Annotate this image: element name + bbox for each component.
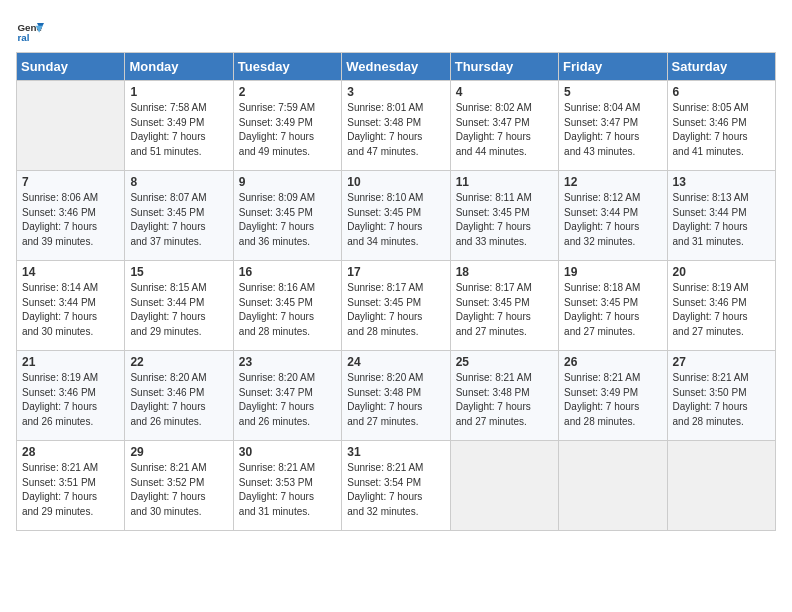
calendar-cell: 5Sunrise: 8:04 AM Sunset: 3:47 PM Daylig…	[559, 81, 667, 171]
week-row-0: 1Sunrise: 7:58 AM Sunset: 3:49 PM Daylig…	[17, 81, 776, 171]
calendar-cell: 10Sunrise: 8:10 AM Sunset: 3:45 PM Dayli…	[342, 171, 450, 261]
calendar-cell: 4Sunrise: 8:02 AM Sunset: 3:47 PM Daylig…	[450, 81, 558, 171]
day-info: Sunrise: 8:11 AM Sunset: 3:45 PM Dayligh…	[456, 191, 553, 249]
day-number: 11	[456, 175, 553, 189]
calendar-cell: 15Sunrise: 8:15 AM Sunset: 3:44 PM Dayli…	[125, 261, 233, 351]
header-wednesday: Wednesday	[342, 53, 450, 81]
header-row: SundayMondayTuesdayWednesdayThursdayFrid…	[17, 53, 776, 81]
day-number: 24	[347, 355, 444, 369]
calendar-cell: 7Sunrise: 8:06 AM Sunset: 3:46 PM Daylig…	[17, 171, 125, 261]
day-number: 14	[22, 265, 119, 279]
calendar-cell: 22Sunrise: 8:20 AM Sunset: 3:46 PM Dayli…	[125, 351, 233, 441]
day-info: Sunrise: 7:59 AM Sunset: 3:49 PM Dayligh…	[239, 101, 336, 159]
day-number: 29	[130, 445, 227, 459]
day-info: Sunrise: 8:17 AM Sunset: 3:45 PM Dayligh…	[347, 281, 444, 339]
day-info: Sunrise: 8:16 AM Sunset: 3:45 PM Dayligh…	[239, 281, 336, 339]
day-info: Sunrise: 8:21 AM Sunset: 3:52 PM Dayligh…	[130, 461, 227, 519]
day-number: 8	[130, 175, 227, 189]
calendar-cell: 14Sunrise: 8:14 AM Sunset: 3:44 PM Dayli…	[17, 261, 125, 351]
day-number: 27	[673, 355, 770, 369]
calendar-cell: 24Sunrise: 8:20 AM Sunset: 3:48 PM Dayli…	[342, 351, 450, 441]
svg-text:ral: ral	[17, 32, 29, 43]
week-row-1: 7Sunrise: 8:06 AM Sunset: 3:46 PM Daylig…	[17, 171, 776, 261]
calendar-cell: 13Sunrise: 8:13 AM Sunset: 3:44 PM Dayli…	[667, 171, 775, 261]
day-number: 20	[673, 265, 770, 279]
day-number: 12	[564, 175, 661, 189]
calendar-cell: 20Sunrise: 8:19 AM Sunset: 3:46 PM Dayli…	[667, 261, 775, 351]
calendar-cell: 26Sunrise: 8:21 AM Sunset: 3:49 PM Dayli…	[559, 351, 667, 441]
day-info: Sunrise: 8:12 AM Sunset: 3:44 PM Dayligh…	[564, 191, 661, 249]
calendar-cell: 16Sunrise: 8:16 AM Sunset: 3:45 PM Dayli…	[233, 261, 341, 351]
day-info: Sunrise: 8:17 AM Sunset: 3:45 PM Dayligh…	[456, 281, 553, 339]
calendar-cell: 18Sunrise: 8:17 AM Sunset: 3:45 PM Dayli…	[450, 261, 558, 351]
day-info: Sunrise: 8:19 AM Sunset: 3:46 PM Dayligh…	[673, 281, 770, 339]
day-number: 3	[347, 85, 444, 99]
day-info: Sunrise: 8:21 AM Sunset: 3:48 PM Dayligh…	[456, 371, 553, 429]
calendar-cell: 25Sunrise: 8:21 AM Sunset: 3:48 PM Dayli…	[450, 351, 558, 441]
calendar-cell: 19Sunrise: 8:18 AM Sunset: 3:45 PM Dayli…	[559, 261, 667, 351]
header-friday: Friday	[559, 53, 667, 81]
calendar-cell: 3Sunrise: 8:01 AM Sunset: 3:48 PM Daylig…	[342, 81, 450, 171]
day-number: 9	[239, 175, 336, 189]
calendar-cell: 8Sunrise: 8:07 AM Sunset: 3:45 PM Daylig…	[125, 171, 233, 261]
header-saturday: Saturday	[667, 53, 775, 81]
day-info: Sunrise: 8:21 AM Sunset: 3:54 PM Dayligh…	[347, 461, 444, 519]
calendar-cell: 23Sunrise: 8:20 AM Sunset: 3:47 PM Dayli…	[233, 351, 341, 441]
logo: Gene ral	[16, 16, 48, 44]
day-info: Sunrise: 8:02 AM Sunset: 3:47 PM Dayligh…	[456, 101, 553, 159]
header-thursday: Thursday	[450, 53, 558, 81]
calendar-cell	[667, 441, 775, 531]
day-number: 19	[564, 265, 661, 279]
header-sunday: Sunday	[17, 53, 125, 81]
day-info: Sunrise: 8:06 AM Sunset: 3:46 PM Dayligh…	[22, 191, 119, 249]
calendar-cell: 12Sunrise: 8:12 AM Sunset: 3:44 PM Dayli…	[559, 171, 667, 261]
day-number: 17	[347, 265, 444, 279]
calendar-cell: 6Sunrise: 8:05 AM Sunset: 3:46 PM Daylig…	[667, 81, 775, 171]
day-info: Sunrise: 8:13 AM Sunset: 3:44 PM Dayligh…	[673, 191, 770, 249]
day-number: 15	[130, 265, 227, 279]
day-number: 1	[130, 85, 227, 99]
day-number: 30	[239, 445, 336, 459]
calendar-cell: 29Sunrise: 8:21 AM Sunset: 3:52 PM Dayli…	[125, 441, 233, 531]
header: Gene ral	[16, 16, 776, 44]
page-container: Gene ral SundayMondayTuesdayWednesdayThu…	[16, 16, 776, 531]
header-monday: Monday	[125, 53, 233, 81]
day-info: Sunrise: 8:20 AM Sunset: 3:48 PM Dayligh…	[347, 371, 444, 429]
day-number: 10	[347, 175, 444, 189]
calendar-cell	[17, 81, 125, 171]
day-info: Sunrise: 8:01 AM Sunset: 3:48 PM Dayligh…	[347, 101, 444, 159]
calendar-cell: 17Sunrise: 8:17 AM Sunset: 3:45 PM Dayli…	[342, 261, 450, 351]
day-number: 28	[22, 445, 119, 459]
week-row-2: 14Sunrise: 8:14 AM Sunset: 3:44 PM Dayli…	[17, 261, 776, 351]
day-info: Sunrise: 7:58 AM Sunset: 3:49 PM Dayligh…	[130, 101, 227, 159]
calendar-cell: 31Sunrise: 8:21 AM Sunset: 3:54 PM Dayli…	[342, 441, 450, 531]
day-number: 23	[239, 355, 336, 369]
day-info: Sunrise: 8:20 AM Sunset: 3:47 PM Dayligh…	[239, 371, 336, 429]
day-info: Sunrise: 8:20 AM Sunset: 3:46 PM Dayligh…	[130, 371, 227, 429]
day-number: 7	[22, 175, 119, 189]
calendar-table: SundayMondayTuesdayWednesdayThursdayFrid…	[16, 52, 776, 531]
day-number: 22	[130, 355, 227, 369]
day-number: 21	[22, 355, 119, 369]
day-number: 6	[673, 85, 770, 99]
calendar-cell	[450, 441, 558, 531]
header-tuesday: Tuesday	[233, 53, 341, 81]
day-number: 4	[456, 85, 553, 99]
day-info: Sunrise: 8:21 AM Sunset: 3:53 PM Dayligh…	[239, 461, 336, 519]
day-info: Sunrise: 8:09 AM Sunset: 3:45 PM Dayligh…	[239, 191, 336, 249]
calendar-cell: 9Sunrise: 8:09 AM Sunset: 3:45 PM Daylig…	[233, 171, 341, 261]
day-number: 13	[673, 175, 770, 189]
day-info: Sunrise: 8:05 AM Sunset: 3:46 PM Dayligh…	[673, 101, 770, 159]
day-info: Sunrise: 8:21 AM Sunset: 3:49 PM Dayligh…	[564, 371, 661, 429]
day-info: Sunrise: 8:21 AM Sunset: 3:51 PM Dayligh…	[22, 461, 119, 519]
day-number: 25	[456, 355, 553, 369]
calendar-cell: 21Sunrise: 8:19 AM Sunset: 3:46 PM Dayli…	[17, 351, 125, 441]
day-number: 26	[564, 355, 661, 369]
day-number: 5	[564, 85, 661, 99]
day-info: Sunrise: 8:15 AM Sunset: 3:44 PM Dayligh…	[130, 281, 227, 339]
calendar-cell	[559, 441, 667, 531]
day-info: Sunrise: 8:14 AM Sunset: 3:44 PM Dayligh…	[22, 281, 119, 339]
day-number: 16	[239, 265, 336, 279]
logo-icon: Gene ral	[16, 16, 44, 44]
calendar-cell: 2Sunrise: 7:59 AM Sunset: 3:49 PM Daylig…	[233, 81, 341, 171]
